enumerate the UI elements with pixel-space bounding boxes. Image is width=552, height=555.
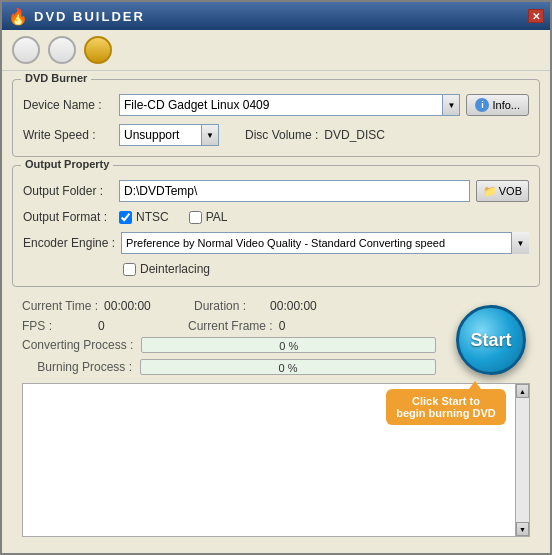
content-area: DVD Burner Device Name : File-CD Gadget … — [2, 71, 550, 553]
output-format-label: Output Format : — [23, 210, 113, 224]
converting-label: Converting Process : — [22, 338, 133, 352]
close-button[interactable]: ✕ — [528, 9, 544, 23]
burning-process-row: Burning Process : 0 % — [22, 359, 436, 375]
pal-checkbox[interactable] — [189, 211, 202, 224]
device-combo-wrapper: File-CD Gadget Linux 0409 ▼ — [119, 94, 460, 116]
device-name-row: Device Name : File-CD Gadget Linux 0409 … — [23, 94, 529, 116]
start-button-wrapper: Start Click Start to begin burning DVD — [446, 295, 540, 375]
deinterlacing-checkbox[interactable] — [123, 263, 136, 276]
pal-checkbox-label[interactable]: PAL — [189, 210, 228, 224]
ntsc-checkbox-label[interactable]: NTSC — [119, 210, 169, 224]
title-bar: 🔥 DVD BUILDER ✕ — [2, 2, 550, 30]
burning-pct: 0 % — [141, 360, 435, 375]
dvd-burner-group: DVD Burner Device Name : File-CD Gadget … — [12, 79, 540, 157]
info-button[interactable]: i Info... — [466, 94, 529, 116]
device-select[interactable]: File-CD Gadget Linux 0409 — [119, 94, 460, 116]
write-speed-wrapper: Unsupport ▼ — [119, 124, 219, 146]
converting-process-row: Converting Process : 0 % — [22, 337, 436, 353]
vob-label: VOB — [499, 185, 522, 197]
stats-progress-area: Current Time : 00:00:00 Duration : 00:00… — [12, 295, 446, 375]
output-property-group: Output Property Output Folder : 📁 VOB Ou… — [12, 165, 540, 287]
disc-volume-value: DVD_DISC — [324, 128, 385, 142]
toolbar-btn-1[interactable] — [12, 36, 40, 64]
ntsc-pal-row: NTSC PAL — [119, 210, 227, 224]
encoder-engine-label: Encoder Engine : — [23, 236, 115, 250]
stats-row-2: FPS : 0 Current Frame : 0 — [22, 319, 436, 333]
device-name-label: Device Name : — [23, 98, 113, 112]
flame-icon: 🔥 — [8, 7, 28, 26]
info-label: Info... — [492, 99, 520, 111]
stats-row-1: Current Time : 00:00:00 Duration : 00:00… — [22, 299, 436, 313]
deinterlacing-label[interactable]: Deinterlacing — [123, 262, 210, 276]
deinterlacing-text: Deinterlacing — [140, 262, 210, 276]
output-folder-input[interactable] — [119, 180, 470, 202]
encoder-engine-row: Encoder Engine : Preference by Normal Vi… — [23, 232, 529, 254]
fps-item: FPS : 0 — [22, 319, 158, 333]
dvd-burner-title: DVD Burner — [21, 72, 91, 84]
toolbar-btn-2[interactable] — [48, 36, 76, 64]
disc-volume-row: Disc Volume : DVD_DISC — [245, 128, 385, 142]
duration-item: Duration : 00:00:00 — [194, 299, 330, 313]
current-time-item: Current Time : 00:00:00 — [22, 299, 164, 313]
progress-section: Converting Process : 0 % Burning Process… — [12, 337, 446, 375]
scrollbar-up[interactable]: ▲ — [516, 384, 529, 398]
scrollbar-track — [516, 398, 529, 522]
output-format-row: Output Format : NTSC PAL — [23, 210, 529, 224]
stats-section: Current Time : 00:00:00 Duration : 00:00… — [12, 295, 446, 337]
start-button[interactable]: Start — [456, 305, 526, 375]
output-folder-label: Output Folder : — [23, 184, 113, 198]
write-speed-select[interactable]: Unsupport — [119, 124, 219, 146]
burning-progress-bar: 0 % — [140, 359, 436, 375]
vob-button[interactable]: 📁 VOB — [476, 180, 529, 202]
ntsc-checkbox[interactable] — [119, 211, 132, 224]
ntsc-label: NTSC — [136, 210, 169, 224]
current-time-value: 00:00:00 — [104, 299, 164, 313]
converting-pct: 0 % — [142, 338, 435, 353]
window-title: DVD BUILDER — [34, 9, 145, 24]
duration-value: 00:00:00 — [270, 299, 330, 313]
current-frame-value: 0 — [279, 319, 339, 333]
main-window: 🔥 DVD BUILDER ✕ DVD Burner Device Name :… — [0, 0, 552, 555]
current-frame-label: Current Frame : — [188, 319, 273, 333]
info-icon: i — [475, 98, 489, 112]
pal-label: PAL — [206, 210, 228, 224]
current-time-label: Current Time : — [22, 299, 98, 313]
scrollbar-down[interactable]: ▼ — [516, 522, 529, 536]
fps-label: FPS : — [22, 319, 92, 333]
converting-progress-bar: 0 % — [141, 337, 436, 353]
current-frame-item: Current Frame : 0 — [188, 319, 339, 333]
log-scrollbar[interactable]: ▲ ▼ — [515, 384, 529, 536]
folder-icon: 📁 — [483, 185, 497, 198]
title-bar-left: 🔥 DVD BUILDER — [8, 7, 145, 26]
toolbar — [2, 30, 550, 71]
burning-label: Burning Process : — [22, 360, 132, 374]
stats-start-wrapper: Current Time : 00:00:00 Duration : 00:00… — [12, 295, 540, 375]
encoder-select[interactable]: Preference by Normal Video Quality - Sta… — [121, 232, 529, 254]
toolbar-btn-3[interactable] — [84, 36, 112, 64]
output-property-title: Output Property — [21, 158, 113, 170]
duration-label: Duration : — [194, 299, 264, 313]
disc-volume-label: Disc Volume : — [245, 128, 318, 142]
write-speed-row: Write Speed : Unsupport ▼ Disc Volume : … — [23, 124, 529, 146]
write-speed-label: Write Speed : — [23, 128, 113, 142]
encoder-combo-wrapper: Preference by Normal Video Quality - Sta… — [121, 232, 529, 254]
fps-value: 0 — [98, 319, 158, 333]
deinterlacing-row: Deinterlacing — [123, 262, 529, 276]
output-folder-row: Output Folder : 📁 VOB — [23, 180, 529, 202]
start-tooltip: Click Start to begin burning DVD — [386, 389, 506, 425]
